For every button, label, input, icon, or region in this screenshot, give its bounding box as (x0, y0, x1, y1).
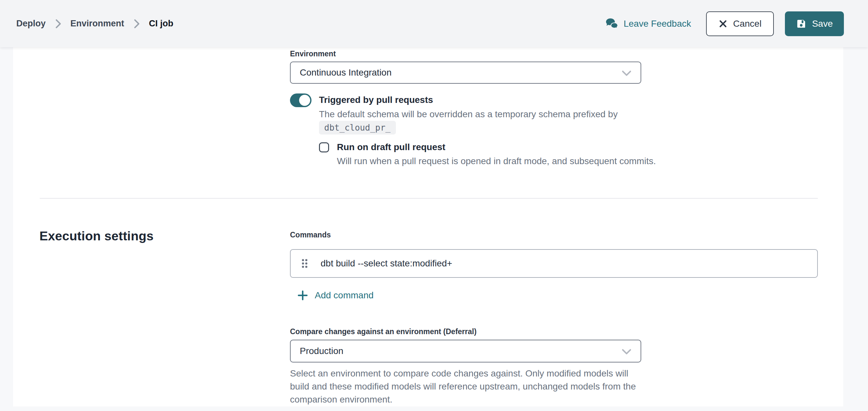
chat-bubbles-icon (605, 18, 619, 30)
deferral-select[interactable]: Production (290, 340, 641, 362)
drag-handle-icon[interactable] (301, 258, 309, 269)
breadcrumb: Deploy Environment CI job (16, 19, 173, 29)
draft-pr-label: Run on draft pull request (337, 142, 445, 152)
save-button[interactable]: Save (785, 11, 844, 36)
draft-pr-description: Will run when a pull request is opened i… (337, 155, 695, 168)
top-bar: Deploy Environment CI job Leave Feedback… (0, 0, 868, 47)
draft-pr-checkbox[interactable] (319, 142, 329, 152)
breadcrumb-ci-job: CI job (149, 19, 173, 29)
command-input-value[interactable]: dbt build --select state:modified+ (320, 258, 452, 269)
deferral-label: Compare changes against an environment (… (290, 327, 477, 336)
chevron-right-icon (133, 19, 140, 29)
schema-prefix-code: dbt_cloud_pr_ (319, 121, 396, 134)
environment-label: Environment (290, 50, 336, 58)
add-command-label: Add command (315, 290, 374, 301)
deferral-select-value: Production (300, 346, 343, 356)
chevron-down-icon (622, 70, 631, 76)
leave-feedback-link[interactable]: Leave Feedback (605, 18, 691, 30)
commands-label: Commands (290, 230, 331, 240)
topbar-actions: Leave Feedback Cancel Save (605, 11, 844, 36)
environment-select[interactable]: Continuous Integration (290, 62, 641, 84)
cancel-label: Cancel (733, 19, 762, 29)
close-icon (718, 19, 727, 28)
chevron-down-icon (622, 348, 631, 355)
toggle-knob (299, 95, 310, 106)
leave-feedback-label: Leave Feedback (624, 19, 691, 29)
plus-icon (297, 290, 308, 301)
execution-settings-title: Execution settings (39, 229, 153, 243)
cancel-button[interactable]: Cancel (706, 11, 774, 36)
pr-trigger-description: The default schema will be overridden as… (319, 108, 622, 121)
breadcrumb-deploy[interactable]: Deploy (16, 19, 45, 29)
chevron-right-icon (55, 19, 61, 29)
save-label: Save (812, 19, 833, 29)
environment-select-value: Continuous Integration (300, 67, 392, 78)
job-settings-card: Environment Continuous Integration Trigg… (13, 47, 843, 406)
deferral-description: Select an environment to compare code ch… (290, 367, 644, 406)
section-divider (40, 198, 818, 199)
breadcrumb-environment[interactable]: Environment (70, 19, 124, 29)
save-icon (796, 19, 806, 29)
add-command-button[interactable]: Add command (297, 290, 374, 301)
pr-trigger-toggle[interactable] (290, 93, 311, 107)
command-row[interactable]: dbt build --select state:modified+ (290, 249, 818, 278)
pr-trigger-label: Triggered by pull requests (319, 95, 433, 105)
